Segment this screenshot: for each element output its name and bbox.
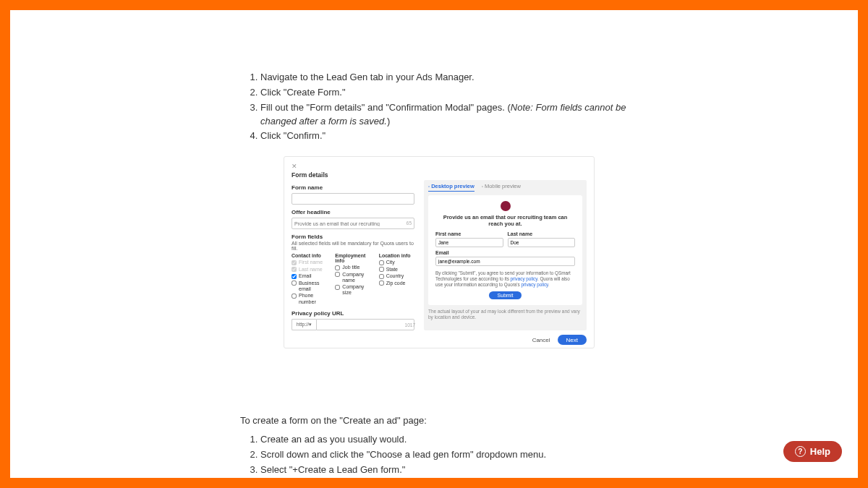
- fields-col-location: Location info City State Country Zip cod…: [379, 253, 418, 306]
- preview-field-label: Last name: [508, 231, 576, 236]
- field-checkbox[interactable]: [292, 294, 297, 299]
- tab-mobile-preview[interactable]: Mobile preview: [482, 183, 521, 192]
- form-details-title: Form details: [292, 171, 587, 179]
- field-checkbox: [292, 260, 297, 265]
- field-checkbox[interactable]: [379, 260, 384, 265]
- field-checkbox[interactable]: [335, 272, 340, 277]
- field-label: Email: [299, 273, 312, 279]
- field-row: Phone number: [292, 293, 331, 304]
- instructions-list-top: Navigate to the Lead Gen tab in your Ads…: [240, 71, 645, 143]
- preview-field-label: First name: [435, 231, 503, 236]
- form-fields-label: Form fields: [292, 234, 418, 240]
- form-name-input[interactable]: [292, 193, 414, 205]
- next-button[interactable]: Next: [558, 335, 587, 345]
- field-checkbox[interactable]: [335, 265, 340, 270]
- field-row: Job title: [335, 265, 374, 270]
- cancel-button[interactable]: Cancel: [532, 337, 550, 343]
- document-page: Navigate to the Lead Gen tab in your Ads…: [10, 10, 858, 478]
- instruction-item: Click "Create Form.": [260, 86, 645, 100]
- col-head: Location info: [379, 253, 418, 258]
- help-icon: ?: [795, 446, 806, 457]
- field-label: Company size: [342, 284, 374, 296]
- close-icon[interactable]: ✕: [292, 163, 587, 170]
- submit-button[interactable]: Submit: [489, 291, 522, 299]
- preview-legal-text: By clicking "Submit", you agree to send …: [435, 270, 575, 288]
- field-row: State: [379, 267, 418, 273]
- field-label: Job title: [342, 265, 359, 270]
- preview-first-name: First name: [435, 231, 503, 247]
- field-row: Business email: [292, 281, 331, 292]
- offer-headline-input[interactable]: [292, 218, 414, 229]
- field-checkbox[interactable]: [379, 281, 384, 286]
- field-row: Email: [292, 273, 331, 279]
- field-checkbox[interactable]: [292, 281, 297, 286]
- field-checkbox[interactable]: [292, 274, 297, 279]
- field-label: State: [386, 267, 398, 273]
- field-row: Country: [379, 273, 418, 279]
- form-left-column: Form name Offer headline 65 Form fields …: [292, 180, 418, 330]
- lower-intro: To create a form on the "Create an ad" p…: [240, 415, 645, 426]
- instruction-text: Fill out the "Form details" and "Confirm…: [260, 102, 511, 113]
- preview-email-input[interactable]: [435, 257, 575, 266]
- field-row: Last name: [292, 267, 331, 273]
- instruction-item: Select "+Create a Lead Gen form.": [260, 463, 645, 477]
- field-label: Company name: [342, 272, 374, 283]
- tab-desktop-preview[interactable]: Desktop preview: [428, 183, 475, 192]
- offer-headline-charcount: 65: [407, 220, 412, 225]
- field-row: City: [379, 260, 418, 265]
- field-row: First name: [292, 260, 331, 265]
- field-checkbox[interactable]: [379, 274, 384, 279]
- preview-last-name: Last name: [508, 231, 576, 247]
- field-label: Zip code: [386, 281, 406, 286]
- field-row: Company name: [335, 272, 374, 283]
- field-label: Phone number: [299, 293, 331, 304]
- privacy-url-charcount: 1017: [405, 322, 415, 328]
- lower-instructions: To create a form on the "Create an ad" p…: [240, 415, 645, 478]
- field-label: Last name: [299, 267, 323, 273]
- outer-frame: Navigate to the Lead Gen tab in your Ads…: [0, 0, 868, 488]
- quora-privacy-policy-link[interactable]: privacy policy: [521, 282, 548, 287]
- preview-card: Provide us an email that our recruiting …: [428, 195, 582, 305]
- col-head: Contact info: [292, 253, 331, 258]
- preview-headline: Provide us an email that our recruiting …: [435, 214, 575, 227]
- instruction-item: Scroll down and click the "Choose a lead…: [260, 448, 645, 462]
- preview-disclaimer: The actual layout of your ad may look di…: [428, 309, 582, 320]
- instructions-list-bottom: Create an ad as you usually would. Scrol…: [240, 433, 645, 477]
- preview-panel: Desktop preview Mobile preview Provide u…: [424, 180, 587, 330]
- privacy-url-label: Privacy policy URL: [292, 310, 418, 317]
- privacy-url-input[interactable]: [316, 319, 414, 330]
- preview-first-name-input[interactable]: [435, 238, 503, 247]
- field-checkbox[interactable]: [335, 285, 340, 290]
- url-scheme-select[interactable]: http://▾: [292, 319, 316, 330]
- field-label: Country: [386, 273, 404, 279]
- top-instructions: Navigate to the Lead Gen tab in your Ads…: [240, 71, 645, 348]
- fields-columns: Contact info First name Last name Email …: [292, 253, 418, 306]
- help-label: Help: [810, 446, 830, 457]
- field-row: Zip code: [379, 281, 418, 286]
- instruction-item: Create an ad as you usually would.: [260, 433, 645, 447]
- privacy-policy-link[interactable]: privacy policy: [511, 276, 537, 281]
- form-two-column: Form name Offer headline 65 Form fields …: [292, 180, 587, 330]
- fields-col-employment: Employment info Job title Company name C…: [335, 253, 374, 306]
- fields-col-contact: Contact info First name Last name Email …: [292, 253, 331, 306]
- help-button[interactable]: ? Help: [783, 441, 842, 462]
- field-row: Company size: [335, 284, 374, 296]
- form-fields-hint: All selected fields will be mandatory fo…: [292, 241, 418, 251]
- instruction-item: Fill out the "Form details" and "Confirm…: [260, 101, 645, 129]
- form-name-label: Form name: [292, 184, 418, 191]
- instruction-item: Click "Confirm.": [260, 129, 645, 143]
- field-checkbox[interactable]: [379, 267, 384, 272]
- preview-email: Email: [435, 250, 575, 266]
- preview-last-name-input[interactable]: [508, 238, 576, 247]
- card-footer: Cancel Next: [292, 335, 587, 345]
- field-label: City: [386, 260, 395, 265]
- col-head: Employment info: [335, 253, 374, 263]
- field-checkbox: [292, 267, 297, 272]
- avatar-icon: [501, 201, 511, 211]
- form-builder-card: ✕ Form details Form name Offer headline …: [284, 156, 595, 348]
- legal-text: .: [548, 282, 550, 287]
- offer-headline-label: Offer headline: [292, 209, 418, 215]
- field-label: First name: [299, 260, 323, 265]
- instruction-item: Navigate to the Lead Gen tab in your Ads…: [260, 71, 645, 85]
- preview-tabs: Desktop preview Mobile preview: [428, 183, 582, 192]
